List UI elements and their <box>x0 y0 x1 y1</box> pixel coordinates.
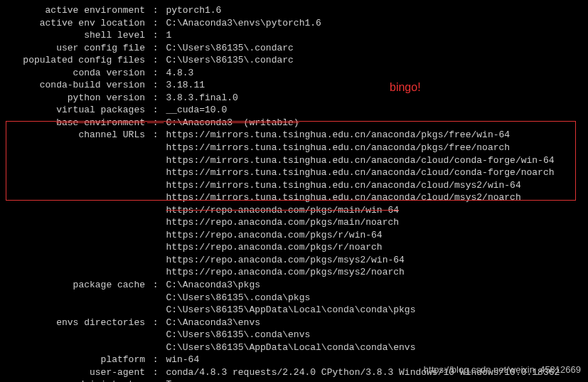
output-line: virtual packages : __cuda=10.0 <box>3 104 585 117</box>
field-value: https://repo.anaconda.com/pkgs/main/noar… <box>166 216 399 229</box>
output-line: https://repo.anaconda.com/pkgs/r/win-64 <box>3 229 585 242</box>
output-line: https://mirrors.tuna.tsinghua.edu.cn/ana… <box>3 154 585 167</box>
output-line: https://repo.anaconda.com/pkgs/main/noar… <box>3 216 585 229</box>
field-label <box>3 266 145 279</box>
separator <box>145 304 166 317</box>
field-label: user config file <box>3 42 145 55</box>
field-value: https://mirrors.tuna.tsinghua.edu.cn/ana… <box>166 179 520 192</box>
field-value: C:\Users\86135\.condarc <box>166 54 293 67</box>
separator: : <box>145 104 166 117</box>
terminal-output: active environment : pytorch1.6active en… <box>0 0 588 382</box>
field-label: conda version <box>3 67 145 80</box>
field-label <box>3 216 145 229</box>
field-label <box>3 229 145 242</box>
separator: : <box>145 29 166 42</box>
field-value: C:\Anaconda3\envs\pytorch1.6 <box>166 17 321 30</box>
separator <box>145 191 166 204</box>
field-label <box>3 329 145 341</box>
field-label: shell level <box>3 29 145 42</box>
output-line: active env location : C:\Anaconda3\envs\… <box>3 17 585 30</box>
separator <box>145 142 166 154</box>
field-label <box>3 254 145 267</box>
field-value: C:\Users\86135\AppData\Local\conda\conda… <box>166 304 415 317</box>
separator: : <box>145 129 166 142</box>
output-line: user config file : C:\Users\86135\.conda… <box>3 42 585 55</box>
field-label <box>3 166 145 179</box>
separator: : <box>145 317 166 329</box>
separator: : <box>145 54 166 67</box>
separator <box>145 179 166 192</box>
field-value: https://repo.anaconda.com/pkgs/main/win-… <box>166 204 399 217</box>
separator <box>145 204 166 217</box>
output-line: populated config files : C:\Users\86135\… <box>3 54 585 67</box>
field-label: active environment <box>3 4 145 17</box>
field-label: platform <box>3 354 145 366</box>
field-label <box>3 204 145 217</box>
output-line: https://mirrors.tuna.tsinghua.edu.cn/ana… <box>3 142 585 154</box>
field-label: populated config files <box>3 54 145 67</box>
field-label <box>3 341 145 354</box>
separator: : <box>145 378 166 382</box>
field-value: pytorch1.6 <box>166 4 221 17</box>
separator: : <box>145 366 166 379</box>
field-label: package cache <box>3 279 145 292</box>
field-label: active env location <box>3 17 145 30</box>
output-line: https://repo.anaconda.com/pkgs/r/noarch <box>3 241 585 254</box>
field-value: https://repo.anaconda.com/pkgs/r/noarch <box>166 241 382 254</box>
separator <box>145 341 166 354</box>
output-line: C:\Users\86135\AppData\Local\conda\conda… <box>3 304 585 317</box>
field-value: https://repo.anaconda.com/pkgs/r/win-64 <box>166 229 382 242</box>
output-line: python version : 3.8.3.final.0 <box>3 92 585 105</box>
separator <box>145 292 166 304</box>
field-value: 1 <box>166 29 171 42</box>
field-label <box>3 179 145 192</box>
output-line: package cache : C:\Anaconda3\pkgs <box>3 279 585 292</box>
field-value: 3.8.3.final.0 <box>166 92 237 105</box>
separator <box>145 154 166 167</box>
output-line: https://repo.anaconda.com/pkgs/main/win-… <box>3 204 585 217</box>
separator: : <box>145 17 166 30</box>
field-value: C:\Users\86135\.conda\pkgs <box>166 292 310 304</box>
field-value: https://mirrors.tuna.tsinghua.edu.cn/ana… <box>166 129 510 142</box>
field-value: https://repo.anaconda.com/pkgs/msys2/win… <box>166 254 404 267</box>
separator: : <box>145 279 166 292</box>
field-label <box>3 304 145 317</box>
output-line: C:\Users\86135\.conda\pkgs <box>3 292 585 304</box>
output-line: administrator : True <box>3 378 585 382</box>
output-line: conda-build version : 3.18.11 <box>3 79 585 92</box>
separator: : <box>145 92 166 105</box>
separator: : <box>145 67 166 80</box>
output-line: https://repo.anaconda.com/pkgs/msys2/noa… <box>3 266 585 279</box>
field-value: https://mirrors.tuna.tsinghua.edu.cn/ana… <box>166 142 510 154</box>
field-value: C:\Users\86135\.condarc <box>166 42 293 55</box>
separator <box>145 266 166 279</box>
field-label: envs directories <box>3 317 145 329</box>
separator <box>145 166 166 179</box>
field-label <box>3 154 145 167</box>
output-line: https://mirrors.tuna.tsinghua.edu.cn/ana… <box>3 166 585 179</box>
field-label: user-agent <box>3 366 145 379</box>
field-value: C:\Users\86135\.conda\envs <box>166 329 310 341</box>
field-value: win-64 <box>166 354 199 366</box>
field-label: virtual packages <box>3 104 145 117</box>
output-line: C:\Users\86135\AppData\Local\conda\conda… <box>3 341 585 354</box>
field-value: https://mirrors.tuna.tsinghua.edu.cn/ana… <box>166 154 554 167</box>
output-line: https://mirrors.tuna.tsinghua.edu.cn/ana… <box>3 191 585 204</box>
separator: : <box>145 79 166 92</box>
output-line: envs directories : C:\Anaconda3\envs <box>3 317 585 329</box>
field-value: __cuda=10.0 <box>166 104 227 117</box>
output-line: channel URLs : https://mirrors.tuna.tsin… <box>3 129 585 142</box>
output-line: active environment : pytorch1.6 <box>3 4 585 17</box>
watermark-text: https://blog.csdn.net/weixin_45812669 <box>424 364 581 376</box>
separator <box>145 329 166 341</box>
output-line: shell level : 1 <box>3 29 585 42</box>
field-label: base environment <box>3 117 145 129</box>
separator: : <box>145 117 166 129</box>
separator <box>145 216 166 229</box>
output-line: https://repo.anaconda.com/pkgs/msys2/win… <box>3 254 585 267</box>
field-value: True <box>166 378 188 382</box>
field-label <box>3 191 145 204</box>
separator: : <box>145 4 166 17</box>
field-value: https://mirrors.tuna.tsinghua.edu.cn/ana… <box>166 166 554 179</box>
field-value: 3.18.11 <box>166 79 205 92</box>
